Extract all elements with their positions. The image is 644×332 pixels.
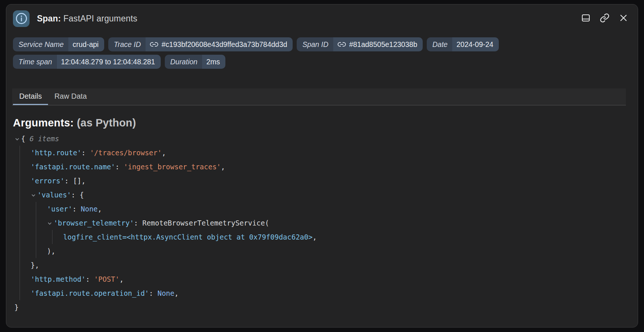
collapse-chevron-icon[interactable] — [14, 132, 21, 146]
header-actions — [580, 13, 629, 24]
code-token-key: 'errors' — [31, 177, 65, 185]
code-token-punct: : — [86, 275, 94, 283]
arguments-heading-suffix: (as Python) — [77, 117, 136, 129]
code-token-const: None — [157, 289, 174, 297]
code-token-punct: : — [115, 163, 124, 171]
collapse-chevron-icon[interactable] — [31, 188, 37, 202]
tab-details[interactable]: Details — [13, 88, 48, 105]
code-line: 'errors': [], — [13, 174, 626, 188]
link-icon — [337, 40, 346, 49]
code-line: 'browser_telemetry': RemoteBrowserTeleme… — [13, 216, 626, 230]
indent-guide-line — [36, 202, 36, 216]
panel-title-name: FastAPI arguments — [63, 14, 137, 23]
indent-guide-line — [36, 244, 36, 258]
tab-raw-data[interactable]: Raw Data — [48, 88, 93, 105]
code-token-str: '/traces/browser' — [90, 149, 161, 157]
indent-guide-line — [20, 258, 20, 272]
indent-guide-line — [20, 160, 20, 174]
indent-guide-line — [20, 146, 20, 160]
code-token-punct: , — [313, 233, 317, 241]
indent-guide-line — [20, 272, 20, 286]
code-token-obj: logfire_client=<httpx.AsyncClient object… — [63, 233, 313, 241]
code-token-punct: }, — [31, 261, 39, 269]
badge-value: 2ms — [202, 55, 225, 69]
code-token-str: 'POST' — [94, 275, 120, 283]
code-line: 'http.route': '/traces/browser', — [13, 146, 626, 160]
badge-value-text: #81ad8505e123038b — [349, 40, 417, 49]
code-token-punct: ), — [47, 247, 55, 255]
close-icon — [619, 13, 628, 24]
badge-label: Duration — [165, 55, 202, 69]
badge-value-text: 2ms — [206, 58, 220, 66]
indent-guide-line — [52, 230, 52, 244]
code-token-punct: : [], — [65, 177, 86, 185]
code-token-key: 'values' — [37, 191, 71, 199]
code-line: 'http.method': 'POST', — [13, 272, 626, 286]
code-token-punct: , — [162, 149, 166, 157]
code-token-key: 'fastapi.route.operation_id' — [31, 289, 149, 297]
code-token-punct: { — [21, 135, 30, 143]
panel-title: Span: FastAPI arguments — [37, 14, 137, 24]
code-line: logfire_client=<httpx.AsyncClient object… — [13, 230, 626, 244]
page-background: Span: FastAPI arguments — [0, 0, 644, 332]
indent-guide-line — [20, 174, 20, 188]
code-token-comment: 6 items — [30, 135, 59, 143]
span-metadata-badges: Service Namecrud-apiTrace ID#c193bf20608… — [13, 37, 626, 69]
badge-value: #c193bf20608e43d9ffed3a73b784dd3d — [146, 37, 293, 51]
meta-badge-span-id[interactable]: Span ID#81ad8505e123038b — [297, 37, 423, 51]
badge-label: Span ID — [297, 37, 333, 51]
badge-label: Time span — [13, 55, 57, 69]
code-token-punct: , — [98, 205, 102, 213]
indent-guide-line — [36, 216, 36, 230]
code-line: 'fastapi.route.operation_id': None, — [13, 286, 626, 300]
badge-value-text: crud-api — [72, 40, 98, 49]
indent-guide-line — [20, 286, 20, 300]
code-line: }, — [13, 258, 626, 272]
arguments-code-block: { 6 items'http.route': '/traces/browser'… — [13, 132, 626, 314]
link-icon — [600, 13, 610, 24]
code-token-str: 'ingest_browser_traces' — [124, 163, 221, 171]
code-token-class: RemoteBrowserTelemetryService( — [142, 219, 269, 227]
badge-label: Trace ID — [108, 37, 146, 51]
code-token-key: 'http.route' — [31, 149, 81, 157]
code-token-key: 'user' — [47, 205, 72, 213]
link-icon — [150, 40, 159, 49]
code-line: 'fastapi.route.name': 'ingest_browser_tr… — [13, 160, 626, 174]
tab-bar: DetailsRaw Data — [12, 88, 626, 105]
indent-guide-line — [20, 216, 20, 230]
panel-title-kind: Span: — [37, 14, 61, 23]
code-token-key: 'http.method' — [31, 275, 86, 283]
indent-guide-line — [20, 244, 20, 258]
meta-badge-date: Date2024-09-24 — [427, 37, 499, 51]
collapse-chevron-icon[interactable] — [47, 216, 54, 230]
copy-link-button[interactable] — [599, 13, 610, 24]
code-token-punct: : — [81, 149, 90, 157]
indent-guide-line — [20, 202, 20, 216]
badge-row: Time span12:04:48.279 to 12:04:48.281Dur… — [13, 55, 626, 69]
code-line: } — [13, 300, 626, 314]
code-token-punct: , — [174, 289, 178, 297]
code-line: ), — [13, 244, 626, 258]
badge-value-text: 2024-09-24 — [456, 40, 493, 49]
code-token-punct: : — [149, 289, 157, 297]
meta-badge-duration: Duration2ms — [165, 55, 226, 69]
code-token-punct: : — [72, 205, 81, 213]
dock-panel-button[interactable] — [580, 13, 591, 24]
badge-label: Date — [427, 37, 452, 51]
indent-guide-line — [36, 230, 36, 244]
indent-guide-line — [20, 188, 20, 202]
span-detail-panel: Span: FastAPI arguments — [6, 4, 638, 328]
badge-value: #81ad8505e123038b — [333, 37, 423, 51]
badge-value-text: #c193bf20608e43d9ffed3a73b784dd3d — [161, 40, 287, 49]
panel-header: Span: FastAPI arguments — [13, 10, 626, 27]
code-line: 'values': { — [13, 188, 626, 202]
close-button[interactable] — [618, 13, 629, 24]
code-token-punct: : — [134, 219, 142, 227]
badge-value: 12:04:48.279 to 12:04:48.281 — [57, 55, 161, 69]
code-token-punct: , — [221, 163, 225, 171]
meta-badge-time-span: Time span12:04:48.279 to 12:04:48.281 — [13, 55, 161, 69]
meta-badge-trace-id[interactable]: Trace ID#c193bf20608e43d9ffed3a73b784dd3… — [108, 37, 293, 51]
info-icon — [13, 10, 30, 27]
badge-row: Service Namecrud-apiTrace ID#c193bf20608… — [13, 37, 626, 51]
code-token-const: None — [81, 205, 98, 213]
